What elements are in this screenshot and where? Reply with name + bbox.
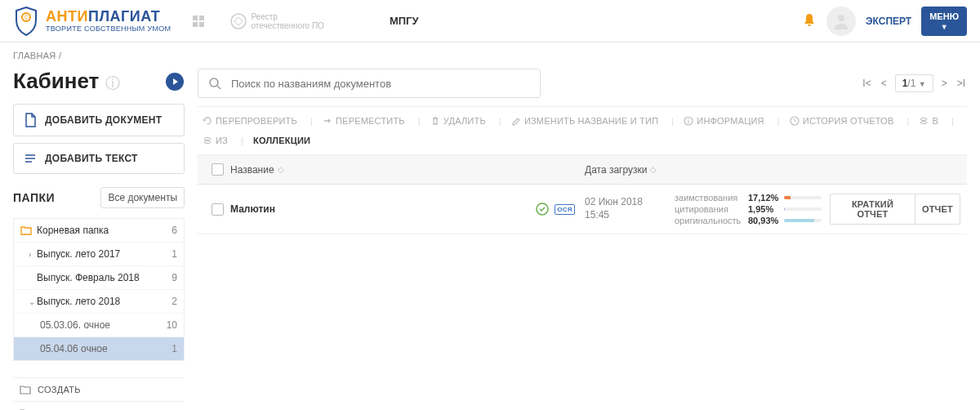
user-role[interactable]: ЭКСПЕРТ [866,16,911,27]
delete-folder-button[interactable]: УДАЛИТЬ [13,401,185,410]
sort-icon: ◇ [650,165,657,174]
logo-text-plagiat: ПЛАГИАТ [88,8,160,25]
svg-point-16 [688,118,689,119]
logo-text-anti: АНТИ [46,8,88,25]
in-button[interactable]: В [914,114,947,128]
svg-point-19 [920,122,927,124]
breadcrumb-main[interactable]: ГЛАВНАЯ [13,51,56,60]
play-circle-icon[interactable] [165,72,185,91]
history-button[interactable]: ИСТОРИЯ ОТЧЕТОВ [785,114,902,128]
sort-icon: ◇ [278,165,284,174]
notifications-bell-icon[interactable] [802,12,817,29]
short-report-button[interactable]: КРАТКИЙ ОТЧЕТ [830,194,915,225]
folder-root[interactable]: Корневая папка 6 [14,219,184,243]
create-folder-button[interactable]: СОЗДАТЬ [13,377,185,401]
stats-block: заимствования17,12% цитирования1,95% ори… [675,193,830,225]
table-row: Малютин OCR 02 Июн 2018 15:45 заимствова… [198,185,967,234]
help-icon[interactable]: ⓘ [105,75,120,91]
page-last[interactable]: >I [956,76,967,91]
logo-shield-icon: © [13,6,39,37]
breadcrumb: ГЛАВНАЯ / [0,42,980,69]
chevron-down-icon: ▼ [941,23,948,31]
folder-item-selected[interactable]: 05.04.06 очное 1 [14,337,184,360]
svg-point-18 [920,118,927,121]
rename-button[interactable]: ИЗМЕНИТЬ НАЗВАНИЕ И ТИП [506,114,666,128]
column-name-header[interactable]: Название◇ [230,164,552,176]
org-name: МПГУ [390,15,419,27]
report-button[interactable]: ОТЧЕТ [915,194,960,225]
registry-badge: Реестротечественного ПО [229,12,324,30]
delete-button[interactable]: УДАЛИТЬ [425,114,494,128]
folder-tree: Корневая папка 6 › Выпуск. лето 2017 1 В… [13,218,185,361]
search-icon [198,77,231,90]
svg-point-21 [204,141,211,144]
svg-point-7 [838,15,844,21]
document-name[interactable]: Малютин [230,203,275,215]
chevron-right-icon: › [29,250,37,259]
folder-item[interactable]: Выпуск. Февраль 2018 9 [14,266,184,290]
page-indicator[interactable]: 1/1 ▼ [895,74,933,92]
folders-heading: ПАПКИ [13,191,55,204]
move-button[interactable]: ПЕРЕМЕСТИТЬ [318,114,413,128]
check-circle-icon [535,202,550,216]
folder-item[interactable]: ⌄ Выпуск. лето 2018 2 [14,290,184,314]
page-next[interactable]: > [940,76,949,91]
add-document-button[interactable]: ДОБАВИТЬ ДОКУМЕНТ [13,104,185,136]
add-text-button[interactable]: ДОБАВИТЬ ТЕКСТ [13,143,185,174]
upload-date: 02 Июн 2018 15:45 [585,196,675,221]
recheck-button[interactable]: ПЕРЕПРОВЕРИТЬ [198,114,305,128]
svg-point-12 [210,78,218,87]
svg-text:©: © [24,15,29,20]
page-first[interactable]: I< [861,76,872,91]
svg-line-13 [217,86,220,89]
svg-rect-5 [199,22,204,27]
user-avatar[interactable] [826,7,856,36]
skolkovo-badge [190,13,210,29]
column-date-header[interactable]: Дата загрузки◇ [585,164,675,176]
row-checkbox[interactable] [212,203,224,216]
all-documents-button[interactable]: Все документы [100,187,185,208]
from-button[interactable]: ИЗ [198,133,236,148]
svg-rect-3 [199,16,204,20]
folder-item[interactable]: › Выпуск. лето 2017 1 [14,243,184,266]
svg-point-20 [204,138,211,140]
collections-button[interactable]: КОЛЛЕКЦИИ [248,133,315,148]
svg-rect-2 [193,16,198,20]
page-prev[interactable]: < [880,76,889,91]
ocr-badge: OCR [555,204,575,215]
svg-point-6 [231,14,246,29]
select-all-checkbox[interactable] [212,163,224,176]
menu-button[interactable]: МЕНЮ ▼ [921,7,967,36]
svg-rect-4 [193,22,198,27]
info-button[interactable]: ИНФОРМАЦИЯ [679,114,772,128]
chevron-down-icon: ⌄ [29,297,37,306]
logo-subtitle: ТВОРИТЕ СОБСТВЕННЫМ УМОМ [46,25,171,33]
page-title: Кабинет [13,69,99,93]
search-input[interactable] [231,78,540,90]
folder-item[interactable]: 05.03.06. очное 10 [14,314,184,337]
